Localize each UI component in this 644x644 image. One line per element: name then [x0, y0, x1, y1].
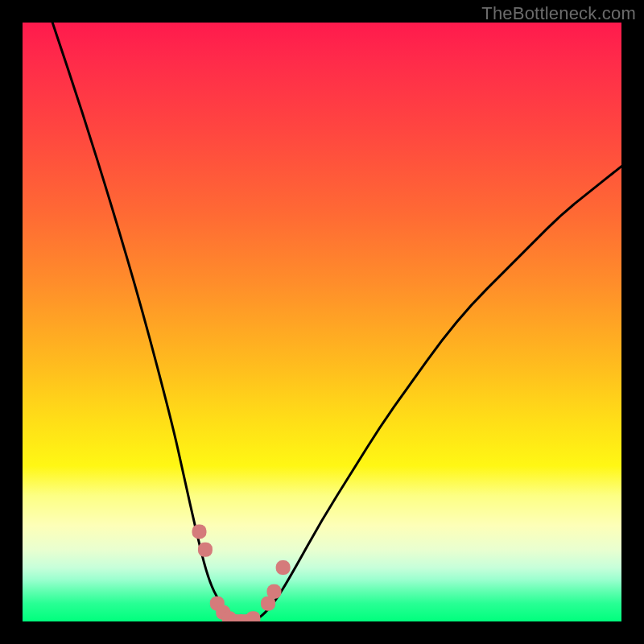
highlight-marker	[246, 611, 260, 621]
highlight-marker	[266, 584, 281, 599]
plot-area	[23, 23, 621, 621]
highlight-marker	[198, 543, 213, 557]
curve-svg	[23, 23, 621, 621]
chart-frame: TheBottleneck.com	[0, 0, 644, 644]
highlight-marker	[276, 560, 291, 575]
bottleneck-curve	[52, 23, 621, 621]
attribution-text: TheBottleneck.com	[481, 3, 636, 24]
highlight-marker	[192, 524, 206, 539]
